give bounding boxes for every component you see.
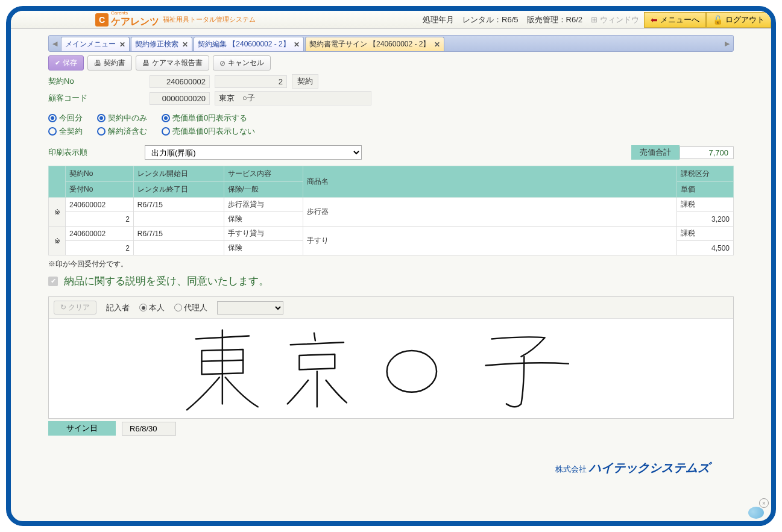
cell-receipt-no: 2 xyxy=(66,212,134,227)
cell-item: 手すり xyxy=(303,227,676,255)
cell-price: 3,200 xyxy=(676,212,733,227)
radio-show-zero[interactable]: 売価単価0円表示する xyxy=(162,113,255,124)
cell-contract-no: 240600002 xyxy=(66,227,134,241)
radio-active-only[interactable]: 契約中のみ xyxy=(97,113,147,124)
close-ring-icon[interactable]: × xyxy=(759,498,769,508)
radio-include-cancelled[interactable]: 解約済含む xyxy=(97,126,147,137)
radio-icon xyxy=(48,114,57,122)
logout-button-label: ログアウト xyxy=(725,14,765,25)
signature-panel: クリア 記入者 本人 代理人 xyxy=(48,296,734,419)
radio-all-contracts[interactable]: 全契約 xyxy=(48,126,83,137)
brand-sub: 福祉用具トータル管理システム xyxy=(163,15,256,24)
tab-label: 契約編集 【240600002 - 2】 xyxy=(198,39,290,49)
radio-icon xyxy=(48,127,57,136)
help-badge[interactable]: × xyxy=(748,498,769,519)
radio-label: 契約中のみ xyxy=(108,113,147,124)
logout-button[interactable]: 🔓ログアウト xyxy=(706,12,771,28)
total-label: 売価合計 xyxy=(631,145,680,160)
radio-proxy[interactable]: 代理人 xyxy=(174,302,207,313)
tab-contract-edit[interactable]: 契約編集 【240600002 - 2】✕ xyxy=(194,37,304,51)
col-insurance: 保険/一般 xyxy=(224,182,303,198)
cell-start: R6/7/15 xyxy=(133,227,224,241)
clear-button[interactable]: クリア xyxy=(54,301,96,315)
radio-label: 解約済含む xyxy=(108,126,147,137)
window-menu[interactable]: ウィンドウ xyxy=(591,14,639,25)
menu-button[interactable]: ⬅メニューへ xyxy=(644,12,706,28)
signer-label: 記入者 xyxy=(106,302,130,313)
radio-label: 今回分 xyxy=(59,113,83,124)
total-value: 7,700 xyxy=(680,146,734,159)
consent-row: ✔ 納品に関する説明を受け、同意いたします。 xyxy=(48,274,734,288)
tab-esign[interactable]: 契約書電子サイン 【240600002 - 2】✕ xyxy=(305,37,444,51)
action-toolbar: 保存 契約書 ケアマネ報告書 キャンセル xyxy=(48,52,734,74)
radio-label: 売価単価0円表示する xyxy=(172,113,247,124)
brand-badge: C xyxy=(95,13,109,27)
signature-toolbar: クリア 記入者 本人 代理人 xyxy=(49,297,733,319)
radio-label: 本人 xyxy=(149,302,165,313)
sort-select[interactable]: 出力順(昇順) xyxy=(145,145,362,160)
contract-type-value: 契約 xyxy=(292,74,318,89)
close-icon[interactable]: ✕ xyxy=(119,40,125,49)
customer-name-value: 東京 ○子 xyxy=(215,91,371,105)
contract-no-label: 契約No xyxy=(48,76,145,87)
close-icon[interactable]: ✕ xyxy=(294,40,300,49)
print-contract-button[interactable]: 契約書 xyxy=(87,55,132,70)
radio-hide-zero[interactable]: 売価単価0円表示しない xyxy=(162,126,255,137)
cell-insurance: 保険 xyxy=(224,212,303,227)
cell-item: 歩行器 xyxy=(303,198,676,227)
tab-main-menu[interactable]: メインメニュー✕ xyxy=(61,37,130,51)
col-item-name: 商品名 xyxy=(303,166,676,198)
table-row[interactable]: ※ 240600002 R6/7/15 手すり貸与 手すり 課税 xyxy=(49,227,734,241)
consent-checkbox[interactable]: ✔ xyxy=(48,277,58,286)
table-row[interactable]: ※ 240600002 R6/7/15 歩行器貸与 歩行器 課税 xyxy=(49,198,734,212)
cell-tax: 課税 xyxy=(676,227,733,241)
cell-tax: 課税 xyxy=(676,198,733,212)
cell-contract-no: 240600002 xyxy=(66,198,134,212)
app-frame: C Carents ケアレンツ 福祉用具トータル管理システム 処理年月 レンタル… xyxy=(6,6,776,526)
menu-button-label: メニューへ xyxy=(660,14,699,25)
radio-label: 売価単価0円表示しない xyxy=(172,126,255,137)
radio-self[interactable]: 本人 xyxy=(139,302,165,313)
proxy-select[interactable] xyxy=(217,301,283,315)
signature-canvas[interactable] xyxy=(49,319,733,418)
col-service: サービス内容 xyxy=(224,166,303,182)
cell-insurance: 保険 xyxy=(224,241,303,255)
items-table: 契約No レンタル開始日 サービス内容 商品名 課税区分 受付No レンタル終了… xyxy=(48,166,734,255)
tab-contract-search[interactable]: 契約修正検索✕ xyxy=(131,37,192,51)
cell-start: R6/7/15 xyxy=(133,198,224,212)
close-icon[interactable]: ✕ xyxy=(434,40,440,49)
cancel-button[interactable]: キャンセル xyxy=(213,55,271,70)
footer-prefix: 株式会社 xyxy=(555,465,587,474)
tab-scroll-left[interactable]: ◀ xyxy=(49,40,61,48)
radio-icon xyxy=(97,127,106,136)
mascot-icon xyxy=(748,507,764,519)
row-mark: ※ xyxy=(49,198,66,227)
radio-icon xyxy=(162,114,170,122)
signature-stroke xyxy=(51,321,731,416)
top-bar: C Carents ケアレンツ 福祉用具トータル管理システム 処理年月 レンタル… xyxy=(11,11,771,29)
sign-date-value: R6/8/30 xyxy=(122,422,176,436)
cell-service: 手すり貸与 xyxy=(224,227,303,241)
row-mark: ※ xyxy=(49,227,66,255)
print-caremanager-report-button[interactable]: ケアマネ報告書 xyxy=(136,55,209,70)
radio-icon xyxy=(139,304,147,311)
sign-date-label: サイン日 xyxy=(48,421,116,436)
footer-name: ハイテックシステムズ xyxy=(589,461,710,474)
lock-open-icon: 🔓 xyxy=(713,15,723,25)
radio-icon xyxy=(97,114,106,122)
save-button[interactable]: 保存 xyxy=(48,55,84,70)
tab-scroll-right[interactable]: ▶ xyxy=(721,40,733,48)
brand-logo: C Carents ケアレンツ 福祉用具トータル管理システム xyxy=(11,11,256,28)
filter-radios: 今回分 全契約 契約中のみ 解約済含む 売価単価0円表示する 売価単価0円表示し… xyxy=(48,110,734,139)
footnote: ※印が今回受付分です。 xyxy=(48,259,734,269)
radio-icon xyxy=(174,304,182,311)
close-icon[interactable]: ✕ xyxy=(182,40,188,49)
radio-icon xyxy=(162,127,170,136)
sign-date-row: サイン日 R6/8/30 xyxy=(48,421,734,436)
consent-text: 納品に関する説明を受け、同意いたします。 xyxy=(64,274,269,288)
radio-label: 代理人 xyxy=(184,302,207,313)
col-rental-start: レンタル開始日 xyxy=(133,166,224,182)
sort-label: 印刷表示順 xyxy=(48,147,145,158)
radio-current[interactable]: 今回分 xyxy=(48,113,83,124)
cell-end xyxy=(133,241,224,255)
